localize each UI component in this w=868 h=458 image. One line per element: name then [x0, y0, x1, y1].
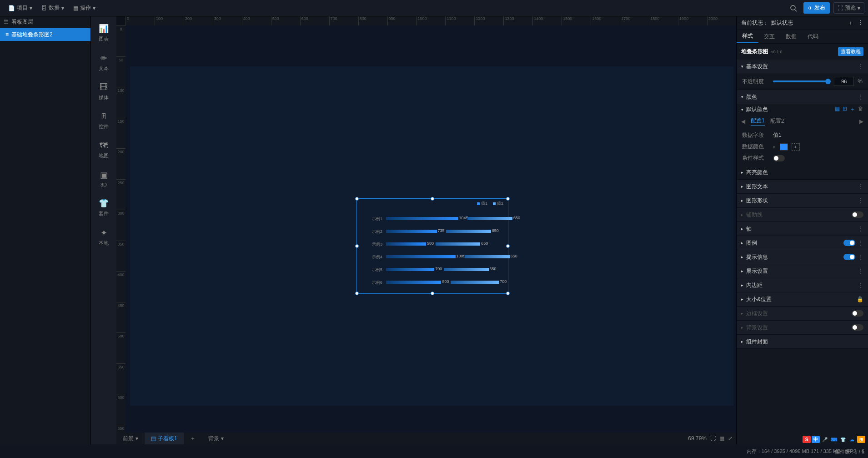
- section-head-axis[interactable]: ▸轴⋮: [737, 222, 868, 236]
- section-head-basic[interactable]: ▾基本设置⋮: [737, 60, 868, 73]
- opacity-input[interactable]: [834, 77, 854, 86]
- more-icon[interactable]: ⋮: [858, 240, 863, 246]
- media-icon: 🎞: [100, 83, 108, 92]
- config-tab-2[interactable]: 配置2: [770, 117, 784, 126]
- menu-operate[interactable]: ▦ 操作 ▾: [69, 0, 100, 16]
- cond-style-switch[interactable]: [773, 155, 785, 161]
- tab-add[interactable]: ＋: [184, 433, 202, 444]
- app-icon[interactable]: S: [803, 436, 811, 443]
- control-icon: 🎚: [100, 112, 108, 121]
- app-icon[interactable]: 中: [812, 436, 820, 443]
- config-tab-1[interactable]: 配置1: [751, 117, 765, 126]
- opacity-label: 不透明度: [742, 78, 769, 86]
- comp-chart[interactable]: 📊图表: [91, 22, 116, 44]
- legend-switch[interactable]: [843, 240, 855, 246]
- grid-icon[interactable]: ▦: [719, 435, 724, 442]
- section-head-bg[interactable]: ▸背景设置: [737, 321, 868, 334]
- tab-data[interactable]: 数据: [780, 30, 802, 43]
- resize-handle-bl[interactable]: [355, 292, 359, 295]
- lock-icon[interactable]: 🔒: [857, 296, 863, 302]
- tooltip-switch[interactable]: [843, 254, 855, 260]
- resize-handle-mr[interactable]: [506, 244, 510, 248]
- section-title: 图形文本: [746, 183, 768, 191]
- cloud-icon[interactable]: ☁: [848, 436, 856, 443]
- comp-control[interactable]: 🎚控件: [91, 110, 116, 132]
- more-icon[interactable]: ⋮: [858, 183, 863, 190]
- more-icon[interactable]: ⋮: [858, 94, 863, 100]
- menu-project[interactable]: 📄 项目 ▾: [4, 0, 37, 16]
- tab-subboard[interactable]: ▤子看板1: [145, 433, 184, 444]
- color-swatch[interactable]: [780, 143, 788, 151]
- section-head-legend[interactable]: ▸图例⋮: [737, 236, 868, 250]
- add-state-button[interactable]: ＋: [848, 19, 853, 27]
- shirt-icon[interactable]: 👕: [839, 436, 847, 443]
- tab-foreground[interactable]: 前景▾: [116, 433, 145, 444]
- menu-data[interactable]: 🗄 数据 ▾: [37, 0, 69, 16]
- comp-local[interactable]: ✦本地: [91, 226, 116, 248]
- comp-3d[interactable]: ▣3D: [91, 168, 116, 189]
- resize-handle-ml[interactable]: [355, 244, 359, 248]
- add-icon[interactable]: ＋: [850, 106, 855, 113]
- grid-icon[interactable]: ▦: [835, 106, 840, 113]
- section-head-highlight[interactable]: ▸高亮颜色: [737, 166, 868, 179]
- section-head-tooltip[interactable]: ▸提示信息⋮: [737, 250, 868, 264]
- section-head-graph-text[interactable]: ▸图形文本⋮: [737, 180, 868, 193]
- section-head-cover[interactable]: ▸组件封面: [737, 335, 868, 348]
- more-icon[interactable]: ⋮: [858, 254, 863, 260]
- add-color-button[interactable]: +: [792, 143, 800, 151]
- section-title: 背景设置: [746, 324, 768, 332]
- tutorial-button[interactable]: 查看教程: [838, 47, 863, 56]
- preview-button[interactable]: ⛶ 预览 ▾: [833, 2, 864, 14]
- resize-handle-tr[interactable]: [506, 197, 510, 201]
- comp-map[interactable]: 🗺地图: [91, 139, 116, 161]
- section-head-assist-line[interactable]: ▸辅助线: [737, 208, 868, 221]
- comp-media[interactable]: 🎞媒体: [91, 81, 116, 103]
- more-icon[interactable]: ⋮: [858, 226, 863, 232]
- layer-item-label: 基础堆叠条形图2: [11, 31, 53, 39]
- table-icon[interactable]: ⊞: [843, 106, 847, 113]
- fit-icon[interactable]: ⛶: [710, 435, 716, 442]
- canvas[interactable]: 值1 值2 示例11045650示例2735650示例3580650示例4100…: [125, 25, 736, 433]
- tab-interact[interactable]: 交互: [758, 30, 780, 43]
- prev-config[interactable]: ◀: [741, 118, 745, 125]
- fullscreen-icon[interactable]: ⤢: [728, 435, 733, 442]
- delete-icon[interactable]: 🗑: [858, 106, 863, 113]
- selected-component[interactable]: 值1 值2 示例11045650示例2735650示例3580650示例4100…: [356, 198, 508, 294]
- more-icon[interactable]: ⋮: [858, 282, 863, 288]
- chevron-down-icon: ▾: [30, 5, 32, 11]
- border-switch[interactable]: [852, 310, 863, 317]
- default-color-head[interactable]: ▾ 默认颜色 ▦ ⊞ ＋ 🗑: [737, 104, 868, 115]
- section-head-display[interactable]: ▸展示设置⋮: [737, 264, 868, 278]
- section-head-size-pos[interactable]: ▸大小&位置🔒: [737, 292, 868, 306]
- kit-icon: 👕: [99, 198, 109, 208]
- bg-switch[interactable]: [852, 324, 863, 331]
- opacity-slider[interactable]: [773, 81, 830, 82]
- assist-line-switch[interactable]: [852, 211, 863, 218]
- comp-text[interactable]: ✏文本: [91, 51, 116, 74]
- tab-background[interactable]: 背景▾: [202, 433, 230, 444]
- comp-kit[interactable]: 👕套件: [91, 196, 116, 219]
- keyboard-icon[interactable]: ⌨: [830, 436, 838, 443]
- resize-handle-tm[interactable]: [431, 197, 434, 201]
- grid-app-icon[interactable]: ⊞: [857, 436, 865, 443]
- resize-handle-br[interactable]: [506, 292, 510, 295]
- tab-code[interactable]: 代码: [802, 30, 824, 43]
- tab-style[interactable]: 样式: [737, 30, 758, 43]
- section-head-border[interactable]: ▸边框设置: [737, 307, 868, 320]
- search-button[interactable]: [787, 2, 800, 15]
- mic-icon[interactable]: 🎤: [821, 436, 829, 443]
- publish-button[interactable]: ✈ 发布: [803, 2, 830, 14]
- next-config[interactable]: ▶: [859, 118, 863, 125]
- layer-item[interactable]: ≡ 基础堆叠条形图2: [0, 28, 90, 41]
- resize-handle-bm[interactable]: [431, 292, 434, 295]
- section-head-graph-shape[interactable]: ▸图形形状⋮: [737, 194, 868, 207]
- more-icon[interactable]: ⋮: [858, 268, 863, 274]
- section-head-padding[interactable]: ▸内边距⋮: [737, 278, 868, 292]
- resize-handle-tl[interactable]: [355, 197, 359, 201]
- menu-data-label: 数据: [49, 4, 60, 12]
- section-head-color[interactable]: ▾颜色⋮: [737, 90, 868, 104]
- more-icon[interactable]: ⋮: [858, 63, 863, 70]
- more-icon[interactable]: ⋮: [858, 197, 863, 204]
- chevron-down-icon: ▾: [858, 5, 860, 11]
- more-icon[interactable]: ⋮: [858, 19, 863, 27]
